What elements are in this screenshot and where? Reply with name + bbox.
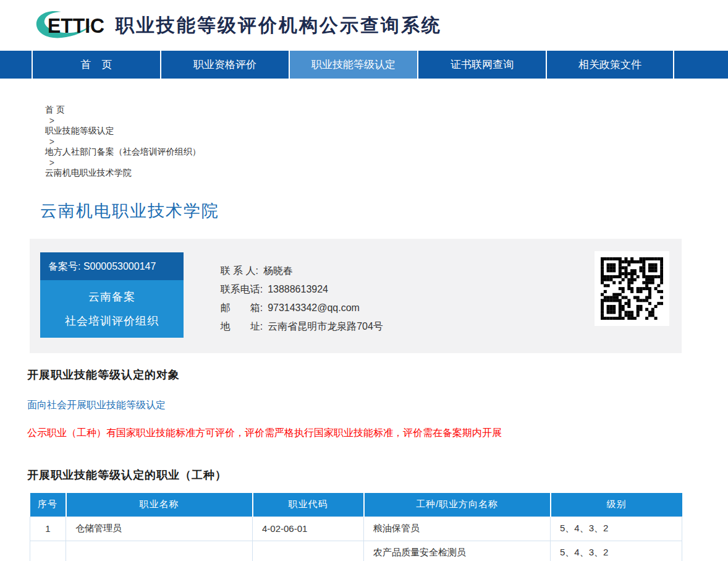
cell-level: 5、4、3、2	[551, 516, 682, 541]
breadcrumb-skill-level[interactable]: 职业技能等级认定	[45, 126, 114, 135]
header-cell-code: 职业代码	[253, 493, 364, 516]
institution-info-card: 备案号: S000053000147 云南备案 社会培训评价组织 联 系 人:杨…	[30, 239, 682, 353]
cettic-logo-icon: ETTIC	[34, 9, 107, 41]
contact-person-label: 联 系 人:	[221, 265, 258, 278]
contact-email-value: 973143342@qq.com	[268, 302, 360, 313]
target-text: 面向社会开展职业技能等级认定	[27, 399, 728, 412]
contact-person-row: 联 系 人:杨晓春	[204, 254, 383, 266]
page-title: 云南机电职业技术学院	[40, 200, 728, 222]
contact-address-value: 云南省昆明市龙泉路704号	[268, 321, 383, 332]
table-row: 2农产品食品检验员4-08-05-01农产品质量安全检测员5、4、3、2	[30, 541, 682, 561]
cell-code: 4-08-05-01	[253, 541, 364, 561]
record-org-type: 社会培训评价组织	[65, 314, 159, 328]
record-type-badge: 云南备案 社会培训评价组织	[40, 280, 184, 338]
table-row: 1仓储管理员4-02-06-01粮油保管员5、4、3、2	[30, 516, 682, 541]
contact-info: 联 系 人:杨晓春 联系电话:13888613924 邮 箱:973143342…	[204, 254, 383, 328]
header-cell-level: 级别	[551, 493, 682, 516]
breadcrumb-current-page: 云南机电职业技术学院	[45, 168, 132, 178]
header-cell-name: 职业名称	[66, 493, 253, 516]
contact-phone-label: 联系电话:	[221, 283, 263, 296]
nav-item-policy-files[interactable]: 相关政策文件	[546, 51, 674, 79]
breadcrumb-home[interactable]: 首 页	[45, 105, 65, 114]
header-cell-no: 序号	[30, 493, 66, 516]
record-number: 备案号: S000053000147	[40, 252, 184, 280]
breadcrumb-local-record[interactable]: 地方人社部门备案（社会培训评价组织）	[45, 147, 201, 156]
cell-no: 1	[30, 516, 66, 541]
record-region: 云南备案	[88, 289, 135, 304]
cell-direction: 粮油保管员	[364, 516, 551, 541]
cell-level: 5、4、3、2	[551, 541, 682, 561]
jobs-section-heading: 开展职业技能等级认定的职业（工种）	[27, 468, 728, 482]
main-nav: 首 页 职业资格评价 职业技能等级认定 证书联网查询 相关政策文件	[0, 51, 728, 79]
breadcrumb-separator: >	[49, 116, 54, 126]
logo-text: ETTIC	[48, 14, 104, 37]
nav-item-certificate-query[interactable]: 证书联网查询	[417, 51, 546, 79]
breadcrumb-separator: >	[49, 158, 54, 168]
cell-code: 4-02-06-01	[253, 516, 364, 541]
record-badge: 备案号: S000053000147 云南备案 社会培训评价组织	[40, 252, 184, 338]
contact-phone-value: 13888613924	[268, 284, 328, 294]
cell-no: 2	[30, 541, 66, 561]
target-section-heading: 开展职业技能等级认定的对象	[27, 367, 728, 382]
contact-email-label: 邮 箱:	[221, 302, 263, 315]
top-header: ETTIC 职业技能等级评价机构公示查询系统	[0, 0, 728, 51]
nav-item-home[interactable]: 首 页	[32, 51, 160, 79]
jobs-table: 序号 职业名称 职业代码 工种/职业方向名称 级别 1仓储管理员4-02-06-…	[30, 493, 682, 561]
site-title: 职业技能等级评价机构公示查询系统	[116, 13, 442, 38]
cell-name: 农产品食品检验员	[66, 541, 253, 561]
jobs-table-body: 1仓储管理员4-02-06-01粮油保管员5、4、3、22农产品食品检验员4-0…	[30, 516, 682, 561]
qr-code	[595, 251, 669, 326]
header-cell-direction: 工种/职业方向名称	[364, 493, 551, 516]
notice-text: 公示职业（工种）有国家职业技能标准方可评价，评价需严格执行国家职业技能标准，评价…	[27, 427, 728, 440]
contact-person-value: 杨晓春	[263, 265, 293, 276]
cell-direction: 农产品质量安全检测员	[364, 541, 551, 561]
jobs-table-header-row: 序号 职业名称 职业代码 工种/职业方向名称 级别	[30, 493, 682, 516]
cell-name: 仓储管理员	[66, 516, 253, 541]
breadcrumb: 首 页 > 职业技能等级认定 > 地方人社部门备案（社会培训评价组织） > 云南…	[40, 95, 728, 179]
nav-item-qualification-eval[interactable]: 职业资格评价	[160, 51, 289, 79]
contact-address-label: 地 址:	[221, 320, 263, 333]
nav-item-skill-level-cert[interactable]: 职业技能等级认定	[289, 51, 417, 79]
qr-code-image	[601, 257, 663, 320]
breadcrumb-separator: >	[49, 137, 54, 147]
